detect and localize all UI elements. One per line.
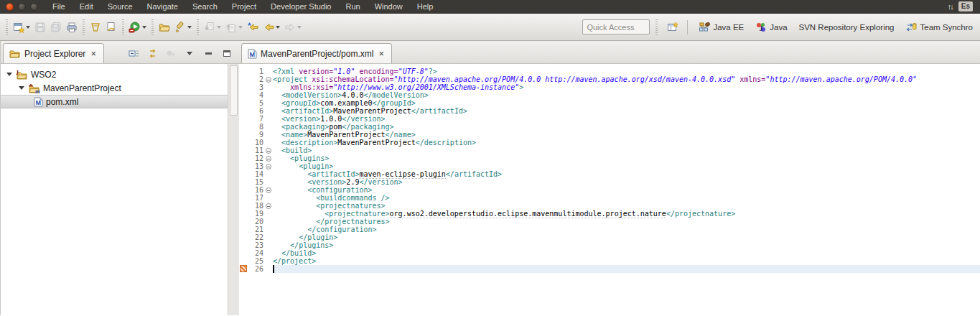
- code-line[interactable]: 15 <version>2.9</version>: [239, 178, 980, 186]
- save-all-button[interactable]: [48, 19, 64, 35]
- code-text[interactable]: <?xml version="1.0" encoding="UTF-8"?>: [273, 68, 980, 75]
- new-wizard-button[interactable]: [11, 19, 27, 35]
- code-text[interactable]: <version>2.9</version>: [273, 178, 980, 186]
- code-line[interactable]: 16 <configuration>: [239, 186, 980, 194]
- code-text[interactable]: <projectnature>org.wso2.developerstudio.…: [273, 210, 980, 218]
- code-text[interactable]: <groupId>com.example0</groupId>: [273, 99, 980, 107]
- code-text[interactable]: <packaging>pom</packaging>: [273, 123, 980, 131]
- back-button[interactable]: [261, 19, 276, 35]
- run-button[interactable]: [127, 19, 143, 35]
- code-text[interactable]: xmlns:xsi="http://www.w3.org/2001/XMLSch…: [273, 83, 980, 91]
- collapse-fold-icon[interactable]: [266, 203, 271, 209]
- code-text[interactable]: <project xsi:schemaLocation="http://mave…: [273, 75, 980, 83]
- menu-item-edit[interactable]: Edit: [73, 0, 101, 13]
- project-explorer-tab[interactable]: Project Explorer ✕: [3, 43, 104, 63]
- code-line[interactable]: 3 xmlns:xsi="http://www.w3.org/2001/XMLS…: [239, 83, 980, 91]
- close-icon[interactable]: ✕: [89, 50, 98, 58]
- fold-column[interactable]: [263, 186, 273, 194]
- code-line[interactable]: 4 <modelVersion>4.0.0</modelVersion>: [239, 91, 980, 99]
- keyboard-layout-indicator[interactable]: Es: [958, 1, 973, 11]
- code-line[interactable]: 5 <groupId>com.example0</groupId>: [239, 99, 980, 107]
- window-close-button[interactable]: [6, 3, 14, 11]
- menu-item-run[interactable]: Run: [338, 0, 367, 13]
- window-maximize-button[interactable]: [30, 3, 38, 11]
- back-dropdown-arrow[interactable]: [276, 26, 280, 29]
- code-text[interactable]: <projectnatures>: [273, 202, 980, 210]
- code-line[interactable]: 6 <artifactId>MavenParentProject</artifa…: [239, 107, 980, 115]
- close-icon[interactable]: ✕: [377, 50, 386, 58]
- link-with-editor-button[interactable]: [146, 47, 159, 59]
- menu-item-window[interactable]: Window: [368, 0, 410, 13]
- expand-arrow-icon[interactable]: [6, 73, 12, 76]
- code-text[interactable]: <artifactId>maven-eclipse-plugin</artifa…: [273, 170, 980, 178]
- network-indicator-icon[interactable]: ↑↓: [948, 2, 953, 11]
- menu-item-developer-studio[interactable]: Developer Studio: [263, 0, 338, 13]
- code-text[interactable]: <description>MavenParentProject</descrip…: [273, 139, 980, 147]
- code-text[interactable]: <build>: [273, 147, 980, 154]
- minimize-view-button[interactable]: [202, 47, 215, 59]
- refresh-artifacts-button[interactable]: [103, 19, 119, 35]
- code-text[interactable]: <modelVersion>4.0.0</modelVersion>: [273, 91, 980, 99]
- collapse-fold-icon[interactable]: [266, 148, 271, 154]
- code-text[interactable]: </plugins>: [273, 241, 980, 249]
- collapse-fold-icon[interactable]: [266, 187, 271, 193]
- code-line[interactable]: 9 <name>MavenParentProject</name>: [239, 131, 980, 139]
- previous-annotation-button[interactable]: [223, 19, 239, 35]
- xml-source-editor[interactable]: 1<?xml version="1.0" encoding="UTF-8"?>2…: [239, 64, 980, 315]
- code-text[interactable]: <version>1.0.0</version>: [273, 115, 980, 123]
- code-text[interactable]: </plugin>: [273, 233, 980, 241]
- editor-tab-pom-xml[interactable]: M MavenParentProject/pom.xml ✕: [241, 43, 392, 63]
- code-line[interactable]: 22 </plugin>: [239, 233, 980, 241]
- code-text[interactable]: <configuration>: [273, 186, 980, 194]
- code-line[interactable]: 14 <artifactId>maven-eclipse-plugin</art…: [239, 170, 980, 178]
- code-line[interactable]: 8 <packaging>pom</packaging>: [239, 123, 980, 131]
- scrollbar-thumb[interactable]: [230, 65, 238, 116]
- perspective-java-ee[interactable]: Java EE: [694, 20, 748, 34]
- mark-occurrences-button[interactable]: [172, 19, 188, 35]
- wso2-artifact-button[interactable]: [88, 19, 103, 35]
- open-artifact-button[interactable]: [157, 19, 172, 35]
- code-text[interactable]: <plugin>: [273, 162, 980, 170]
- code-line[interactable]: 1<?xml version="1.0" encoding="UTF-8"?>: [239, 68, 980, 75]
- code-line[interactable]: 18 <projectnatures>: [239, 202, 980, 210]
- expand-arrow-icon[interactable]: [19, 86, 24, 90]
- menu-item-file[interactable]: File: [45, 0, 73, 13]
- perspective-team-synchronizing[interactable]: Team Synchro: [901, 20, 977, 34]
- fold-column[interactable]: [263, 154, 273, 162]
- code-line[interactable]: 25</project>: [239, 257, 980, 265]
- menu-item-help[interactable]: Help: [410, 0, 441, 13]
- last-edit-location-button[interactable]: [245, 19, 261, 35]
- collapse-fold-icon[interactable]: [266, 77, 271, 83]
- menu-item-search[interactable]: Search: [185, 0, 225, 13]
- tree-item-wso2[interactable]: J WSO2: [1, 68, 228, 81]
- fold-column[interactable]: [263, 202, 273, 210]
- tree-item-pom-xml[interactable]: M pom.xml: [1, 95, 228, 108]
- code-line[interactable]: 2<project xsi:schemaLocation="http://mav…: [239, 75, 980, 83]
- menu-item-source[interactable]: Source: [101, 0, 140, 13]
- run-dropdown-arrow[interactable]: [142, 26, 146, 29]
- collapse-fold-icon[interactable]: [266, 164, 271, 169]
- code-text[interactable]: </projectnatures>: [273, 218, 980, 226]
- code-line[interactable]: 26: [239, 265, 980, 273]
- code-text[interactable]: </configuration>: [273, 226, 980, 233]
- code-line[interactable]: 20 </projectnatures>: [239, 218, 980, 226]
- tree-item-mavenparentproject[interactable]: m MavenParentProject: [1, 81, 228, 95]
- fold-column[interactable]: [263, 162, 273, 170]
- view-menu-button[interactable]: [183, 47, 196, 59]
- collapse-fold-icon[interactable]: [266, 156, 271, 162]
- explorer-scrollbar[interactable]: [228, 64, 239, 315]
- quick-access-input[interactable]: [582, 19, 650, 34]
- save-button[interactable]: [32, 19, 48, 35]
- code-text[interactable]: </project>: [273, 257, 980, 265]
- maximize-view-button[interactable]: [220, 47, 233, 59]
- next-annotation-button[interactable]: [202, 19, 218, 35]
- code-text[interactable]: <name>MavenParentProject</name>: [273, 131, 980, 139]
- code-line[interactable]: 17 <buildcommands />: [239, 194, 980, 202]
- code-line[interactable]: 11 <build>: [239, 147, 980, 154]
- fold-column[interactable]: [263, 75, 273, 83]
- code-line[interactable]: 7 <version>1.0.0</version>: [239, 115, 980, 123]
- code-text[interactable]: [273, 265, 980, 273]
- new-dropdown-arrow[interactable]: [26, 26, 30, 29]
- window-minimize-button[interactable]: [18, 3, 26, 11]
- perspective-java[interactable]: J Java: [751, 20, 791, 34]
